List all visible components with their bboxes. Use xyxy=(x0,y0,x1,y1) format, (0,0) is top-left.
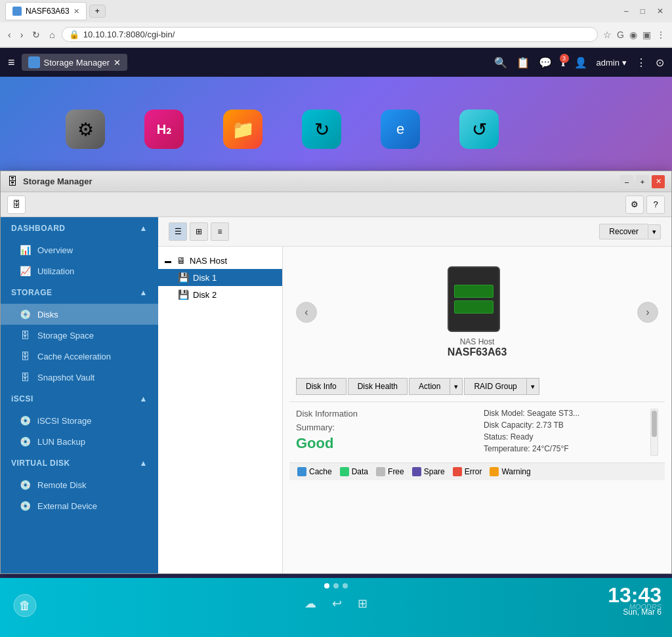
sidebar-section-header-storage[interactable]: STORAGE ▲ xyxy=(1,281,158,304)
next-device-btn[interactable]: › xyxy=(637,302,658,323)
hamburger-btn[interactable]: ≡ xyxy=(8,56,15,70)
browser-tabs: NASF63A63 ✕ + xyxy=(5,2,106,20)
desktop-icon-hd[interactable]: H₂ xyxy=(144,110,184,149)
sidebar-section-header-dashboard[interactable]: DASHBOARD ▲ xyxy=(1,217,158,239)
bottom-bar: 13:43 Sun, Mar 6 ☁ ↩ ⊞ 🗑 MOODRS xyxy=(0,578,672,637)
address-bar[interactable]: 🔒 xyxy=(62,27,598,42)
view-grid-btn[interactable]: ⊞ xyxy=(190,222,208,241)
back-btn[interactable]: ‹ xyxy=(5,28,14,41)
nas-slot-2 xyxy=(454,300,494,314)
tab-close-btn[interactable]: ✕ xyxy=(74,7,79,16)
tree-disk2-icon: 💾 xyxy=(178,289,189,300)
raid-dropdown-btn[interactable]: ▾ xyxy=(527,378,539,395)
new-tab-btn[interactable]: + xyxy=(89,5,106,18)
sm-window-controls: – + ✕ xyxy=(620,175,665,188)
refresh-app-icon: ↺ xyxy=(459,110,499,149)
action-dropdown-btn[interactable]: ▾ xyxy=(450,378,463,395)
sm-window-icon: 🗄 xyxy=(7,176,18,188)
storage-collapse-icon: ▲ xyxy=(140,288,148,297)
ext2-icon[interactable]: ◉ xyxy=(628,28,639,41)
tree-disk2[interactable]: 💾 Disk 2 xyxy=(158,286,282,303)
desktop-icon-browser[interactable]: e xyxy=(381,110,420,149)
storage-manager-tab-close[interactable]: ✕ xyxy=(114,58,121,68)
disk-health-btn[interactable]: Disk Health xyxy=(348,378,408,395)
device-visual: ‹ NAS Host NASF63A63 › xyxy=(289,253,665,371)
sidebar-item-snapshot-vault[interactable]: 🗄 Snapshot Vault xyxy=(1,367,158,388)
sm-minimize-btn[interactable]: – xyxy=(620,175,633,188)
notification-icon[interactable]: ℹ 3 xyxy=(561,56,565,69)
cloud-icon[interactable]: ☁ xyxy=(304,596,316,611)
recover-btn[interactable]: Recover xyxy=(599,224,648,239)
files-icon[interactable]: 📋 xyxy=(516,56,530,69)
sidebar-item-storage-space[interactable]: 🗄 Storage Space xyxy=(1,325,158,346)
view-detail-btn[interactable]: ≡ xyxy=(211,222,229,241)
storage-manager-window: 🗄 Storage Manager – + ✕ 🗄 ⚙ ? DASHBOARD … xyxy=(0,171,672,574)
sidebar-item-iscsi-storage[interactable]: 💿 iSCSI Storage xyxy=(1,410,158,431)
tree-panel: ▬ 🖥 NAS Host 💾 Disk 1 💾 Disk 2 xyxy=(158,247,283,573)
lock-icon: 🔒 xyxy=(69,30,79,39)
sidebar-item-utilization[interactable]: 📈 Utilization xyxy=(1,260,158,281)
messages-icon[interactable]: 💬 xyxy=(539,56,552,69)
nas-device-info: NAS Host NASF63A63 xyxy=(448,266,507,358)
tree-disk2-label: Disk 2 xyxy=(193,290,217,300)
admin-btn[interactable]: admin ▾ xyxy=(597,58,627,68)
home-btn[interactable]: ⌂ xyxy=(47,28,57,41)
prev-device-btn[interactable]: ‹ xyxy=(296,302,317,323)
tree-nas-host[interactable]: ▬ 🖥 NAS Host xyxy=(158,252,282,269)
sidebar-item-overview[interactable]: 📊 Overview xyxy=(1,239,158,260)
sidebar-item-external-device[interactable]: 💿 External Device xyxy=(1,495,158,516)
back-icon[interactable]: ↩ xyxy=(332,596,342,611)
sidebar-item-lun-backup[interactable]: 💿 LUN Backup xyxy=(1,431,158,452)
forward-btn[interactable]: › xyxy=(18,28,26,41)
storage-manager-tab[interactable]: Storage Manager ✕ xyxy=(22,54,127,71)
reload-btn[interactable]: ↻ xyxy=(30,28,43,41)
trash-icon[interactable]: 🗑 xyxy=(13,594,37,617)
action-btn[interactable]: Action xyxy=(409,378,450,395)
user-icon[interactable]: 👤 xyxy=(574,56,587,69)
sm-settings-btn[interactable]: ⚙ xyxy=(625,195,644,214)
sidebar-item-cache-acceleration[interactable]: 🗄 Cache Acceleration xyxy=(1,346,158,367)
info-scrollbar[interactable] xyxy=(650,409,658,456)
sidebar-section-header-iscsi[interactable]: iSCSI ▲ xyxy=(1,388,158,410)
sidebar-item-disks[interactable]: 💿 Disks xyxy=(1,304,158,325)
extension-icon[interactable]: G xyxy=(616,28,625,41)
desktop-icon-settings[interactable]: ⚙ xyxy=(66,110,105,149)
storage-space-icon: 🗄 xyxy=(19,330,31,340)
ext3-icon[interactable]: ▣ xyxy=(641,28,652,41)
browser-restore-btn[interactable]: □ xyxy=(637,5,648,17)
raid-btn-group: RAID Group ▾ xyxy=(464,378,539,395)
disk-info-btn[interactable]: Disk Info xyxy=(296,378,346,395)
desktop-icon-refresh[interactable]: ↺ xyxy=(459,110,499,149)
sm-help-btn[interactable]: ? xyxy=(646,195,665,214)
view-list-btn[interactable]: ☰ xyxy=(169,222,187,241)
warning-legend-label: Warning xyxy=(501,467,530,476)
raid-group-btn[interactable]: RAID Group xyxy=(464,378,526,395)
browser-minimize-btn[interactable]: – xyxy=(621,5,632,17)
sm-close-btn[interactable]: ✕ xyxy=(652,175,665,188)
search-icon[interactable]: 🔍 xyxy=(494,56,507,69)
disk-info-section: Disk Information Summary: Good Disk Mode… xyxy=(289,401,665,456)
nas-hostname: NASF63A63 xyxy=(448,346,507,358)
notification-badge: 3 xyxy=(560,54,569,63)
grid-icon[interactable]: ⊞ xyxy=(358,596,368,611)
bottom-time: 13:43 Sun, Mar 6 xyxy=(608,583,662,617)
remote-disk-icon: 💿 xyxy=(19,480,31,490)
sidebar-section-header-virtual-disk[interactable]: VIRTUAL DISK ▲ xyxy=(1,452,158,474)
browser-close-btn[interactable]: ✕ xyxy=(654,5,667,17)
nas-image xyxy=(448,266,507,332)
trash-svg: 🗑 xyxy=(13,594,37,617)
sidebar-item-remote-disk[interactable]: 💿 Remote Disk xyxy=(1,474,158,495)
more-icon[interactable]: ⋮ xyxy=(636,56,646,69)
recover-dropdown-btn[interactable]: ▾ xyxy=(648,224,661,239)
bookmark-icon[interactable]: ☆ xyxy=(602,28,613,41)
tree-disk1[interactable]: 💾 Disk 1 xyxy=(158,269,282,286)
sm-maximize-btn[interactable]: + xyxy=(636,175,649,188)
network-icon[interactable]: ⊙ xyxy=(656,56,664,69)
tab-favicon xyxy=(12,7,22,16)
sm-tool-btn1[interactable]: 🗄 xyxy=(7,195,26,214)
desktop-icon-sync[interactable]: ↻ xyxy=(302,110,341,149)
desktop-icon-files[interactable]: 📁 xyxy=(223,110,262,149)
url-input[interactable] xyxy=(83,30,591,39)
menu-icon[interactable]: ⋮ xyxy=(655,28,667,41)
browser-tab-active[interactable]: NASF63A63 ✕ xyxy=(5,2,87,20)
